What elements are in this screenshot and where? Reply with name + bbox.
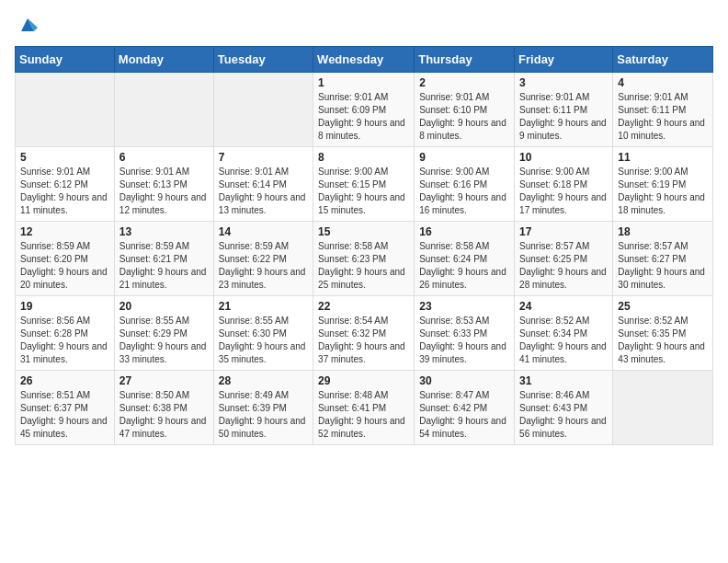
- calendar-cell: 12Sunrise: 8:59 AM Sunset: 6:20 PM Dayli…: [16, 222, 115, 296]
- calendar-table: SundayMondayTuesdayWednesdayThursdayFrid…: [15, 46, 713, 445]
- day-number: 6: [119, 151, 209, 164]
- day-number: 26: [20, 374, 109, 387]
- day-number: 10: [519, 151, 608, 164]
- calendar-cell: 2Sunrise: 9:01 AM Sunset: 6:10 PM Daylig…: [415, 73, 515, 147]
- day-detail: Sunrise: 8:59 AM Sunset: 6:21 PM Dayligh…: [119, 240, 209, 292]
- day-number: 27: [119, 374, 209, 387]
- day-number: 9: [419, 151, 509, 164]
- day-detail: Sunrise: 8:58 AM Sunset: 6:24 PM Dayligh…: [419, 240, 509, 292]
- day-number: 12: [20, 225, 109, 238]
- day-number: 31: [519, 374, 608, 387]
- day-number: 3: [519, 76, 608, 89]
- weekday-header-wednesday: Wednesday: [313, 47, 415, 73]
- calendar-cell: 30Sunrise: 8:47 AM Sunset: 6:42 PM Dayli…: [415, 371, 515, 445]
- calendar-cell: 24Sunrise: 8:52 AM Sunset: 6:34 PM Dayli…: [515, 296, 613, 371]
- day-detail: Sunrise: 9:01 AM Sunset: 6:11 PM Dayligh…: [519, 91, 608, 143]
- calendar-cell: 1Sunrise: 9:01 AM Sunset: 6:09 PM Daylig…: [313, 73, 415, 147]
- day-number: 22: [318, 300, 409, 313]
- calendar-week-row: 19Sunrise: 8:56 AM Sunset: 6:28 PM Dayli…: [16, 296, 713, 371]
- day-detail: Sunrise: 9:00 AM Sunset: 6:19 PM Dayligh…: [618, 166, 708, 217]
- calendar-cell: [114, 73, 213, 147]
- calendar-cell: 28Sunrise: 8:49 AM Sunset: 6:39 PM Dayli…: [213, 371, 313, 445]
- day-number: 17: [519, 225, 608, 238]
- logo-icon: [17, 15, 38, 35]
- day-detail: Sunrise: 8:59 AM Sunset: 6:20 PM Dayligh…: [20, 240, 109, 292]
- day-detail: Sunrise: 8:50 AM Sunset: 6:38 PM Dayligh…: [119, 389, 209, 441]
- day-number: 11: [618, 151, 708, 164]
- day-number: 2: [419, 76, 509, 89]
- calendar-cell: 18Sunrise: 8:57 AM Sunset: 6:27 PM Dayli…: [613, 222, 713, 296]
- day-number: 30: [419, 374, 509, 387]
- day-detail: Sunrise: 8:57 AM Sunset: 6:27 PM Dayligh…: [618, 240, 708, 292]
- calendar-cell: 17Sunrise: 8:57 AM Sunset: 6:25 PM Dayli…: [515, 222, 613, 296]
- day-detail: Sunrise: 9:00 AM Sunset: 6:18 PM Dayligh…: [519, 166, 608, 217]
- weekday-header-tuesday: Tuesday: [213, 47, 313, 73]
- day-detail: Sunrise: 8:57 AM Sunset: 6:25 PM Dayligh…: [519, 240, 608, 292]
- day-number: 29: [318, 374, 409, 387]
- day-detail: Sunrise: 8:58 AM Sunset: 6:23 PM Dayligh…: [318, 240, 409, 292]
- calendar-cell: [213, 73, 313, 147]
- calendar-cell: 5Sunrise: 9:01 AM Sunset: 6:12 PM Daylig…: [16, 147, 115, 222]
- day-detail: Sunrise: 8:49 AM Sunset: 6:39 PM Dayligh…: [219, 389, 308, 441]
- day-detail: Sunrise: 9:01 AM Sunset: 6:09 PM Dayligh…: [318, 91, 409, 143]
- weekday-header-monday: Monday: [114, 47, 213, 73]
- calendar-cell: 16Sunrise: 8:58 AM Sunset: 6:24 PM Dayli…: [415, 222, 515, 296]
- day-number: 18: [618, 225, 708, 238]
- calendar-cell: 20Sunrise: 8:55 AM Sunset: 6:29 PM Dayli…: [114, 296, 213, 371]
- calendar-cell: 13Sunrise: 8:59 AM Sunset: 6:21 PM Dayli…: [114, 222, 213, 296]
- day-number: 1: [318, 76, 409, 89]
- calendar-week-row: 1Sunrise: 9:01 AM Sunset: 6:09 PM Daylig…: [16, 73, 713, 147]
- calendar-cell: 25Sunrise: 8:52 AM Sunset: 6:35 PM Dayli…: [613, 296, 713, 371]
- day-detail: Sunrise: 9:01 AM Sunset: 6:11 PM Dayligh…: [618, 91, 708, 143]
- day-detail: Sunrise: 8:53 AM Sunset: 6:33 PM Dayligh…: [419, 315, 509, 366]
- day-detail: Sunrise: 8:55 AM Sunset: 6:29 PM Dayligh…: [119, 315, 209, 366]
- day-detail: Sunrise: 8:56 AM Sunset: 6:28 PM Dayligh…: [20, 315, 109, 366]
- calendar-cell: 22Sunrise: 8:54 AM Sunset: 6:32 PM Dayli…: [313, 296, 415, 371]
- calendar-cell: [613, 371, 713, 445]
- day-number: 5: [20, 151, 109, 164]
- day-number: 28: [219, 374, 308, 387]
- weekday-header-saturday: Saturday: [613, 47, 713, 73]
- day-number: 14: [219, 225, 308, 238]
- day-detail: Sunrise: 8:52 AM Sunset: 6:34 PM Dayligh…: [519, 315, 608, 366]
- weekday-header-sunday: Sunday: [16, 47, 115, 73]
- calendar-cell: 6Sunrise: 9:01 AM Sunset: 6:13 PM Daylig…: [114, 147, 213, 222]
- weekday-header-friday: Friday: [515, 47, 613, 73]
- day-detail: Sunrise: 8:47 AM Sunset: 6:42 PM Dayligh…: [419, 389, 509, 441]
- day-detail: Sunrise: 9:01 AM Sunset: 6:14 PM Dayligh…: [219, 166, 308, 217]
- day-number: 13: [119, 225, 209, 238]
- day-number: 7: [219, 151, 308, 164]
- day-number: 8: [318, 151, 409, 164]
- calendar-cell: 21Sunrise: 8:55 AM Sunset: 6:30 PM Dayli…: [213, 296, 313, 371]
- day-detail: Sunrise: 8:48 AM Sunset: 6:41 PM Dayligh…: [318, 389, 409, 441]
- calendar-cell: 8Sunrise: 9:00 AM Sunset: 6:15 PM Daylig…: [313, 147, 415, 222]
- day-detail: Sunrise: 8:55 AM Sunset: 6:30 PM Dayligh…: [219, 315, 308, 366]
- logo: [15, 15, 38, 35]
- page-header: [15, 15, 713, 35]
- calendar-cell: 19Sunrise: 8:56 AM Sunset: 6:28 PM Dayli…: [16, 296, 115, 371]
- day-detail: Sunrise: 9:01 AM Sunset: 6:12 PM Dayligh…: [20, 166, 109, 217]
- calendar-cell: 23Sunrise: 8:53 AM Sunset: 6:33 PM Dayli…: [415, 296, 515, 371]
- day-detail: Sunrise: 9:00 AM Sunset: 6:15 PM Dayligh…: [318, 166, 409, 217]
- day-number: 20: [119, 300, 209, 313]
- day-number: 4: [618, 76, 708, 89]
- day-detail: Sunrise: 9:01 AM Sunset: 6:13 PM Dayligh…: [119, 166, 209, 217]
- calendar-cell: 4Sunrise: 9:01 AM Sunset: 6:11 PM Daylig…: [613, 73, 713, 147]
- weekday-header-thursday: Thursday: [415, 47, 515, 73]
- calendar-cell: 10Sunrise: 9:00 AM Sunset: 6:18 PM Dayli…: [515, 147, 613, 222]
- calendar-cell: 31Sunrise: 8:46 AM Sunset: 6:43 PM Dayli…: [515, 371, 613, 445]
- calendar-cell: 29Sunrise: 8:48 AM Sunset: 6:41 PM Dayli…: [313, 371, 415, 445]
- calendar-cell: 11Sunrise: 9:00 AM Sunset: 6:19 PM Dayli…: [613, 147, 713, 222]
- calendar-week-row: 26Sunrise: 8:51 AM Sunset: 6:37 PM Dayli…: [16, 371, 713, 445]
- day-number: 16: [419, 225, 509, 238]
- day-detail: Sunrise: 8:59 AM Sunset: 6:22 PM Dayligh…: [219, 240, 308, 292]
- day-number: 19: [20, 300, 109, 313]
- day-detail: Sunrise: 8:52 AM Sunset: 6:35 PM Dayligh…: [618, 315, 708, 366]
- day-detail: Sunrise: 8:54 AM Sunset: 6:32 PM Dayligh…: [318, 315, 409, 366]
- day-number: 21: [219, 300, 308, 313]
- day-number: 15: [318, 225, 409, 238]
- calendar-week-row: 12Sunrise: 8:59 AM Sunset: 6:20 PM Dayli…: [16, 222, 713, 296]
- day-detail: Sunrise: 9:00 AM Sunset: 6:16 PM Dayligh…: [419, 166, 509, 217]
- calendar-cell: 9Sunrise: 9:00 AM Sunset: 6:16 PM Daylig…: [415, 147, 515, 222]
- calendar-cell: 7Sunrise: 9:01 AM Sunset: 6:14 PM Daylig…: [213, 147, 313, 222]
